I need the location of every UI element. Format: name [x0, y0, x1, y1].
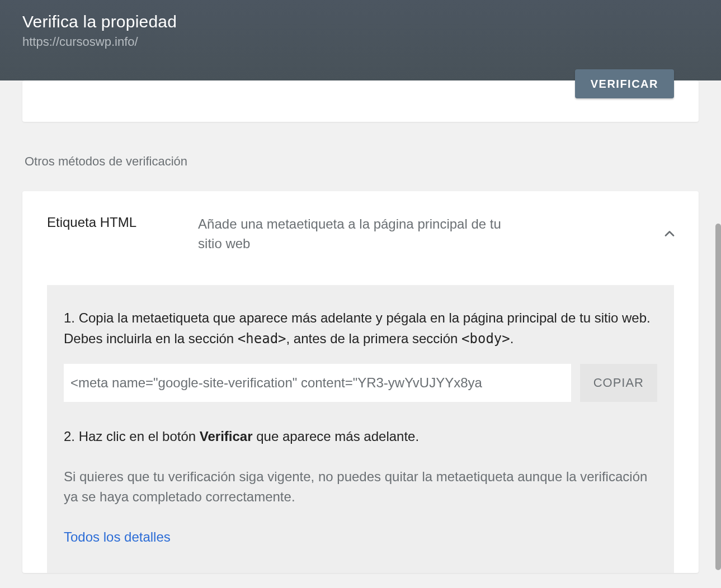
instructions-panel: 1. Copia la metaetiqueta que aparece más… [47, 285, 674, 573]
other-methods-label: Otros métodos de verificación [25, 154, 699, 169]
chevron-up-icon[interactable] [662, 226, 677, 241]
persistence-note: Si quieres que tu verificación siga vige… [64, 467, 657, 507]
step-2-text: 2. Haz clic en el botón Verificar que ap… [64, 429, 657, 444]
page-header: Verifica la propiedad https://cursoswp.i… [0, 0, 721, 80]
property-url: https://cursoswp.info/ [22, 35, 699, 49]
page-title: Verifica la propiedad [22, 12, 699, 31]
html-tag-method-card: Etiqueta HTML Añade una metaetiqueta a l… [22, 191, 699, 573]
method-header[interactable]: Etiqueta HTML Añade una metaetiqueta a l… [47, 215, 674, 254]
all-details-link[interactable]: Todos los detalles [64, 529, 171, 545]
copy-button[interactable]: COPIAR [580, 364, 657, 402]
meta-tag-input[interactable]: <meta name="google-site-verification" co… [64, 364, 571, 402]
step-1-text: 1. Copia la metaetiqueta que aparece más… [64, 307, 657, 349]
verify-card: VERIFICAR [22, 80, 699, 122]
method-title: Etiqueta HTML [47, 215, 136, 230]
scrollbar-track[interactable] [714, 224, 721, 570]
verify-button[interactable]: VERIFICAR [575, 69, 674, 98]
scrollbar-thumb[interactable] [715, 224, 721, 570]
method-description: Añade una metaetiqueta a la página princ… [198, 215, 511, 254]
